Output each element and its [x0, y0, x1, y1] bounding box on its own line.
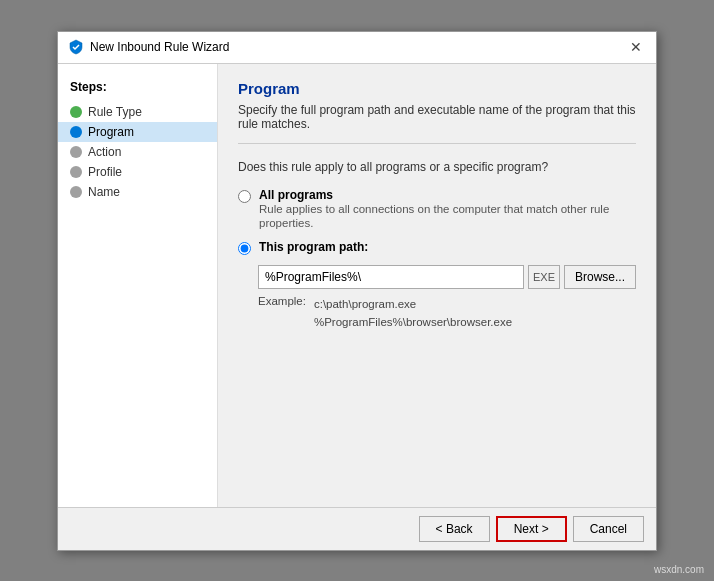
sidebar-item-action[interactable]: Action — [58, 142, 217, 162]
all-programs-radio[interactable] — [238, 190, 251, 203]
sidebar-item-profile[interactable]: Profile — [58, 162, 217, 182]
main-panel: Program Specify the full program path an… — [218, 64, 656, 507]
sidebar-item-rule-type[interactable]: Rule Type — [58, 102, 217, 122]
sidebar-label-action: Action — [88, 145, 121, 159]
window-title: New Inbound Rule Wizard — [90, 40, 229, 54]
panel-subtitle: Specify the full program path and execut… — [238, 103, 636, 144]
example-path-2: %ProgramFiles%\browser\browser.exe — [314, 313, 512, 331]
cancel-button[interactable]: Cancel — [573, 516, 644, 542]
all-programs-description: Rule applies to all connections on the c… — [259, 203, 609, 229]
sidebar-label-profile: Profile — [88, 165, 122, 179]
exe-label: EXE — [528, 265, 560, 289]
question-text: Does this rule apply to all programs or … — [238, 160, 636, 174]
example-label: Example: — [258, 295, 306, 332]
content-area: Steps: Rule Type Program Action Profile … — [58, 64, 656, 507]
step-dot-action — [70, 146, 82, 158]
close-button[interactable]: ✕ — [626, 37, 646, 57]
this-program-option: This program path: — [238, 240, 636, 255]
title-bar: New Inbound Rule Wizard ✕ — [58, 32, 656, 64]
sidebar-label-rule-type: Rule Type — [88, 105, 142, 119]
all-programs-title: All programs — [259, 188, 636, 202]
bottom-bar: < Back Next > Cancel — [58, 507, 656, 550]
example-path-1: c:\path\program.exe — [314, 295, 512, 313]
step-dot-program — [70, 126, 82, 138]
program-path-input[interactable] — [258, 265, 524, 289]
all-programs-label[interactable]: All programs Rule applies to all connect… — [259, 188, 636, 230]
next-button[interactable]: Next > — [496, 516, 567, 542]
this-program-title: This program path: — [259, 240, 368, 254]
sidebar: Steps: Rule Type Program Action Profile … — [58, 64, 218, 507]
sidebar-label-program: Program — [88, 125, 134, 139]
step-dot-rule-type — [70, 106, 82, 118]
example-row: Example: c:\path\program.exe %ProgramFil… — [258, 295, 636, 332]
main-window: New Inbound Rule Wizard ✕ Steps: Rule Ty… — [57, 31, 657, 551]
window-icon — [68, 39, 84, 55]
title-bar-left: New Inbound Rule Wizard — [68, 39, 229, 55]
this-program-label[interactable]: This program path: — [259, 240, 368, 254]
browse-button[interactable]: Browse... — [564, 265, 636, 289]
sidebar-item-name[interactable]: Name — [58, 182, 217, 202]
sidebar-label-name: Name — [88, 185, 120, 199]
watermark: wsxdn.com — [654, 564, 704, 575]
sidebar-item-program[interactable]: Program — [58, 122, 217, 142]
all-programs-option: All programs Rule applies to all connect… — [238, 188, 636, 230]
sidebar-header: Steps: — [58, 76, 217, 102]
program-path-row: EXE Browse... — [258, 265, 636, 289]
example-paths: c:\path\program.exe %ProgramFiles%\brows… — [314, 295, 512, 332]
back-button[interactable]: < Back — [419, 516, 490, 542]
panel-title: Program — [238, 80, 636, 97]
step-dot-name — [70, 186, 82, 198]
this-program-radio[interactable] — [238, 242, 251, 255]
step-dot-profile — [70, 166, 82, 178]
